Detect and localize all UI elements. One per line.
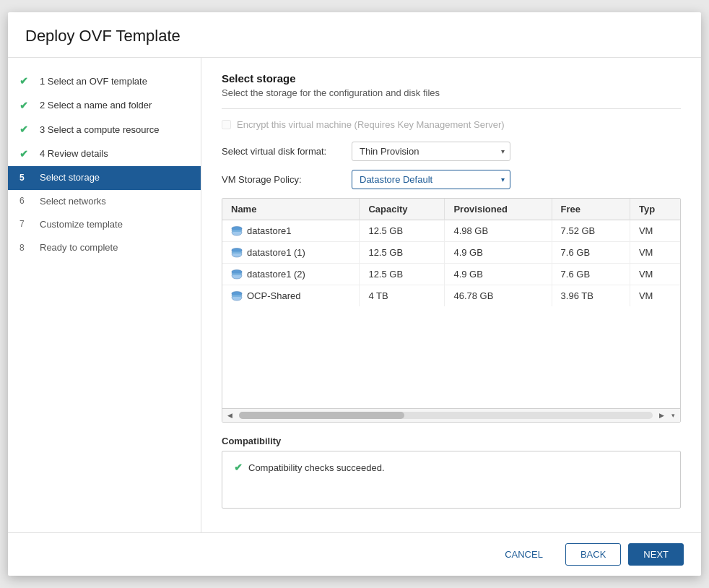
cell-name: datastore1 [222,220,360,242]
col-name: Name [222,199,360,220]
datastore-icon [231,291,243,301]
step2-check-icon: ✔ [19,99,34,113]
disk-format-label: Select virtual disk format: [222,146,352,157]
storage-table-wrapper: Name Capacity Provisioned Free Typ [222,198,681,423]
sidebar-item-step8: 8 Ready to complete [8,236,201,259]
sidebar-item-step3[interactable]: ✔ 3 Select a compute resource [8,118,201,142]
cell-free: 7.6 GB [552,242,630,264]
cell-name: datastore1 (1) [222,242,360,264]
table-row[interactable]: OCP-Shared4 TB46.78 GB3.96 TBVM [222,285,680,307]
horizontal-scrollbar[interactable]: ◀ ▶ ▾ [222,408,680,422]
cell-provisioned: 4.9 GB [445,242,552,264]
cell-capacity: 12.5 GB [360,242,445,264]
compat-success-row: ✔ Compatibility checks succeeded. [234,462,669,473]
storage-table: Name Capacity Provisioned Free Typ [222,199,680,306]
sidebar-item-step7: 7 Customize template [8,213,201,236]
section-title: Select storage [222,72,681,85]
step8-num-icon: 8 [19,242,34,254]
table-row[interactable]: datastore112.5 GB4.98 GB7.52 GBVM [222,220,680,242]
sidebar-item-label-step1: 1 [40,75,45,88]
back-button[interactable]: BACK [565,543,621,566]
table-row[interactable]: datastore1 (2)12.5 GB4.9 GB7.6 GBVM [222,264,680,285]
col-type: Typ [630,199,680,220]
sidebar-item-step5[interactable]: 5 Select storage [8,166,201,189]
dialog-title: Deploy OVF Template [8,12,701,58]
scroll-left-icon[interactable]: ◀ [225,411,235,420]
cell-capacity: 12.5 GB [360,220,445,242]
compatibility-section: Compatibility ✔ Compatibility checks suc… [222,436,681,509]
step3-check-icon: ✔ [19,123,34,137]
next-button[interactable]: NEXT [628,543,684,566]
datastore-icon [231,248,243,258]
storage-policy-select[interactable]: Datastore Default [352,170,510,189]
scroll-thumb [239,412,404,419]
sidebar-item-step4[interactable]: ✔ 4 Review details [8,142,201,167]
dialog-body: ✔ 1 Select an OVF template ✔ 2 Select a … [8,58,701,532]
storage-policy-row: VM Storage Policy: Datastore Default ▾ [222,170,681,189]
col-capacity: Capacity [360,199,445,220]
sidebar: ✔ 1 Select an OVF template ✔ 2 Select a … [8,58,201,532]
step1-check-icon: ✔ [19,74,34,89]
compat-message: Compatibility checks succeeded. [248,462,385,473]
encrypt-row: Encrypt this virtual machine (Requires K… [222,119,681,130]
cell-capacity: 4 TB [360,285,445,307]
table-header-row: Name Capacity Provisioned Free Typ [222,199,680,220]
step4-check-icon: ✔ [19,147,34,162]
cell-free: 7.52 GB [552,220,630,242]
compatibility-label: Compatibility [222,436,681,446]
section-subtitle: Select the storage for the configuration… [222,87,681,109]
step7-num-icon: 7 [19,218,34,230]
storage-table-scroll[interactable]: Name Capacity Provisioned Free Typ [222,199,680,408]
cell-name: OCP-Shared [222,285,360,307]
encrypt-label: Encrypt this virtual machine (Requires K… [237,119,505,130]
scroll-right-icon[interactable]: ▶ [657,411,666,420]
cell-name: datastore1 (2) [222,264,360,285]
compatibility-box: ✔ Compatibility checks succeeded. [222,451,681,509]
step5-num-icon: 5 [19,172,34,184]
disk-format-dropdown-wrapper: Thick Provision Lazy Zeroed Thick Provis… [352,142,510,161]
cell-type: VM [630,264,680,285]
scroll-track [239,412,653,419]
datastore-icon [231,269,243,280]
cell-provisioned: 4.98 GB [445,220,552,242]
cell-type: VM [630,220,680,242]
cell-free: 7.6 GB [552,264,630,285]
compat-check-icon: ✔ [234,462,243,473]
table-row[interactable]: datastore1 (1)12.5 GB4.9 GB7.6 GBVM [222,242,680,264]
datastore-icon [231,226,243,236]
disk-format-row: Select virtual disk format: Thick Provis… [222,142,681,161]
cell-capacity: 12.5 GB [360,264,445,285]
step6-num-icon: 6 [19,195,34,207]
scroll-down-icon[interactable]: ▾ [669,411,677,420]
col-free: Free [552,199,630,220]
sidebar-item-step1[interactable]: ✔ 1 Select an OVF template [8,69,201,94]
cell-type: VM [630,285,680,307]
cell-free: 3.96 TB [552,285,630,307]
col-provisioned: Provisioned [445,199,552,220]
cell-provisioned: 46.78 GB [445,285,552,307]
deploy-ovf-dialog: Deploy OVF Template ✔ 1 Select an OVF te… [8,12,701,576]
dialog-footer: CANCEL BACK NEXT [8,532,701,576]
storage-policy-label: VM Storage Policy: [222,174,352,185]
storage-policy-dropdown-wrapper: Datastore Default ▾ [352,170,510,189]
encrypt-checkbox[interactable] [222,120,231,129]
disk-format-select[interactable]: Thick Provision Lazy Zeroed Thick Provis… [352,142,510,161]
sidebar-item-step2[interactable]: ✔ 2 Select a name and folder [8,94,201,118]
main-content: Select storage Select the storage for th… [201,58,701,532]
cell-type: VM [630,242,680,264]
cancel-button[interactable]: CANCEL [490,543,558,566]
cell-provisioned: 4.9 GB [445,264,552,285]
sidebar-item-step6: 6 Select networks [8,190,201,213]
sidebar-label-text-step1: Select an OVF template [48,75,147,88]
